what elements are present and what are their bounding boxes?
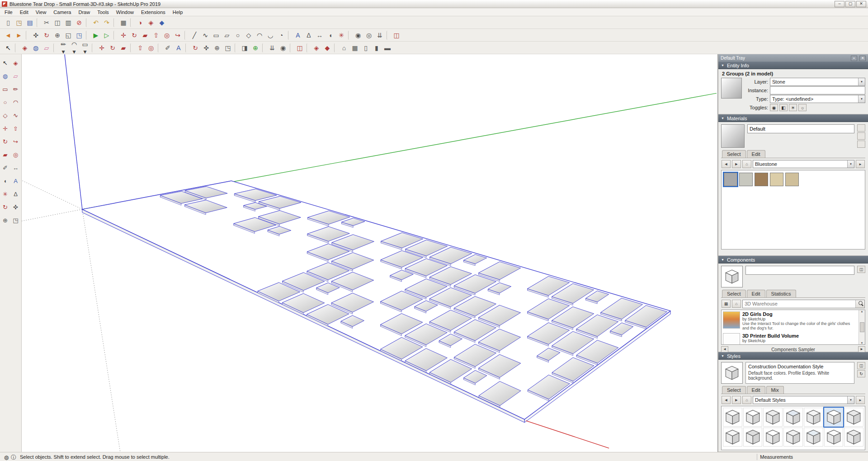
scroll-down-icon[interactable]: ▼ xyxy=(861,342,863,344)
next-collection-button[interactable]: ► xyxy=(858,346,865,353)
3d-warehouse-button[interactable]: ◈ xyxy=(146,17,156,28)
menu-item[interactable]: Edit xyxy=(16,9,32,15)
offset-button[interactable]: ◎ xyxy=(11,150,21,160)
freehand-button[interactable]: ∿ xyxy=(11,110,21,120)
rectangle-button[interactable]: ▭ xyxy=(211,30,222,41)
view-options-button[interactable]: ▦ xyxy=(722,300,731,308)
style-thumbnail[interactable] xyxy=(743,428,763,447)
share-model-button[interactable]: ◆ xyxy=(322,42,333,53)
offset-button[interactable]: ◎ xyxy=(146,42,156,53)
back-button[interactable]: ◄ xyxy=(722,160,731,168)
styles-header[interactable]: ▼ Styles xyxy=(718,352,868,360)
style-thumbnail[interactable] xyxy=(783,408,803,427)
pan-button[interactable]: ✜ xyxy=(201,42,212,53)
offset-button[interactable]: ◎ xyxy=(161,30,172,41)
paint-bucket-button[interactable]: ◍ xyxy=(30,42,41,53)
dropdown-arrow-icon[interactable]: ▾ xyxy=(847,396,854,404)
back-view-button[interactable]: ▬ xyxy=(382,42,393,53)
close-button[interactable]: ✕ xyxy=(856,1,866,7)
credits-icon[interactable]: ⓘ xyxy=(10,454,17,461)
rotate-button[interactable]: ↻ xyxy=(129,30,140,41)
iso-view-button[interactable]: ⌂ xyxy=(339,42,349,53)
menu-item[interactable]: Help xyxy=(169,9,187,15)
erase-button[interactable]: ⊘ xyxy=(74,17,85,28)
tab[interactable]: Select xyxy=(722,386,746,394)
top-view-button[interactable]: ▦ xyxy=(349,42,360,53)
pan-button[interactable]: ✜ xyxy=(11,202,21,212)
tray-close-button[interactable]: ✕ xyxy=(859,56,866,61)
dropdown-arrow-icon[interactable]: ▾ xyxy=(858,78,865,85)
look-around-button[interactable]: ◉ xyxy=(278,42,288,53)
rotated-rectangle-button[interactable]: ▱ xyxy=(222,30,232,41)
undo-button[interactable]: ↶ xyxy=(90,17,101,28)
forward-view-button[interactable]: ► xyxy=(14,30,24,41)
orbit-button[interactable]: ↻ xyxy=(190,42,201,53)
move-button[interactable]: ✛ xyxy=(0,123,10,133)
model-viewport[interactable] xyxy=(22,54,718,452)
move-button[interactable]: ✛ xyxy=(96,42,107,53)
maximize-button[interactable]: ▢ xyxy=(845,1,855,7)
in-model-button[interactable]: ⌂ xyxy=(742,160,751,168)
line-menu-button[interactable]: ✏ ▾ xyxy=(58,42,69,53)
in-model-button[interactable]: ⌂ xyxy=(742,396,751,404)
secondary-pane-button[interactable]: ◫ xyxy=(857,266,865,273)
follow-me-button[interactable]: ↪ xyxy=(172,30,183,41)
cast-shadows-toggle-icon[interactable]: ☀ xyxy=(789,104,797,111)
push-pull-button[interactable]: ⇧ xyxy=(11,123,21,133)
material-swatch[interactable] xyxy=(739,173,753,186)
zoom-button[interactable]: ⊕ xyxy=(212,42,222,53)
3d-text-button[interactable]: Δ xyxy=(303,30,314,41)
rotate-button[interactable]: ↻ xyxy=(0,136,10,146)
axes-button[interactable]: ✳ xyxy=(336,30,347,41)
select-button[interactable]: ↖ xyxy=(3,42,14,53)
position-camera-button[interactable]: ◉ xyxy=(353,30,363,41)
freehand-button[interactable]: ∿ xyxy=(200,30,211,41)
zoom-extents-button[interactable]: ◳ xyxy=(222,42,233,53)
type-select[interactable]: Type: <undefined> ▾ xyxy=(770,95,865,103)
redo-button[interactable]: ↷ xyxy=(101,17,112,28)
style-thumbnail[interactable] xyxy=(723,408,742,427)
eraser-button[interactable]: ▱ xyxy=(11,71,21,81)
menu-item[interactable]: Window xyxy=(113,9,137,15)
make-component-button[interactable]: ◈ xyxy=(19,42,30,53)
arc-menu-button[interactable]: ◠ ▾ xyxy=(69,42,80,53)
style-thumbnail[interactable] xyxy=(783,428,803,447)
zoom-button[interactable]: ⊕ xyxy=(0,215,10,225)
axes-button[interactable]: ✳ xyxy=(0,189,10,199)
style-thumbnail[interactable] xyxy=(743,408,763,427)
style-thumbnail[interactable] xyxy=(824,408,844,427)
menu-item[interactable]: Extensions xyxy=(137,9,169,15)
cut-button[interactable]: ✂ xyxy=(41,17,52,28)
arc-button[interactable]: ◠ xyxy=(254,30,265,41)
push-pull-button[interactable]: ⇧ xyxy=(135,42,146,53)
right-view-button[interactable]: ▮ xyxy=(371,42,382,53)
minimize-button[interactable]: – xyxy=(835,1,844,7)
make-component-button[interactable]: ◈ xyxy=(11,58,21,68)
tab[interactable]: Select xyxy=(722,290,746,297)
tray-pin-button[interactable]: ▪ xyxy=(851,56,857,61)
create-material-button[interactable] xyxy=(857,132,865,140)
shape-menu-button[interactable]: ▭ ▾ xyxy=(80,42,90,53)
style-thumbnail[interactable] xyxy=(844,408,863,427)
sample-paint-button[interactable] xyxy=(857,141,865,148)
scale-button[interactable]: ▰ xyxy=(140,30,151,41)
style-thumbnail[interactable] xyxy=(844,428,863,447)
model-info-button[interactable]: ◑ xyxy=(135,17,146,28)
add-location-button[interactable]: ⊕ xyxy=(250,42,261,53)
dimension-button[interactable]: ↔ xyxy=(11,163,21,173)
scale-button[interactable]: ▰ xyxy=(0,150,10,160)
details-button[interactable]: ▸ xyxy=(856,160,865,168)
print-button[interactable]: ▦ xyxy=(118,17,129,28)
style-thumbnail[interactable] xyxy=(723,428,742,447)
pie-button[interactable]: ◔ xyxy=(276,30,287,41)
section-plane-button[interactable]: ◫ xyxy=(391,30,402,41)
results-scrollbar[interactable]: ▲ ▼ xyxy=(859,310,865,344)
style-thumbnail[interactable] xyxy=(763,408,783,427)
new-button[interactable]: ▯ xyxy=(3,17,14,28)
arc-button[interactable]: ◠ xyxy=(11,97,21,107)
forward-button[interactable]: ► xyxy=(732,396,741,404)
dropdown-arrow-icon[interactable]: ▾ xyxy=(858,95,865,103)
tape-measure-button[interactable]: ✐ xyxy=(0,163,10,173)
circle-button[interactable]: ○ xyxy=(232,30,243,41)
send-to-layout-button[interactable]: ▶ xyxy=(90,30,101,41)
